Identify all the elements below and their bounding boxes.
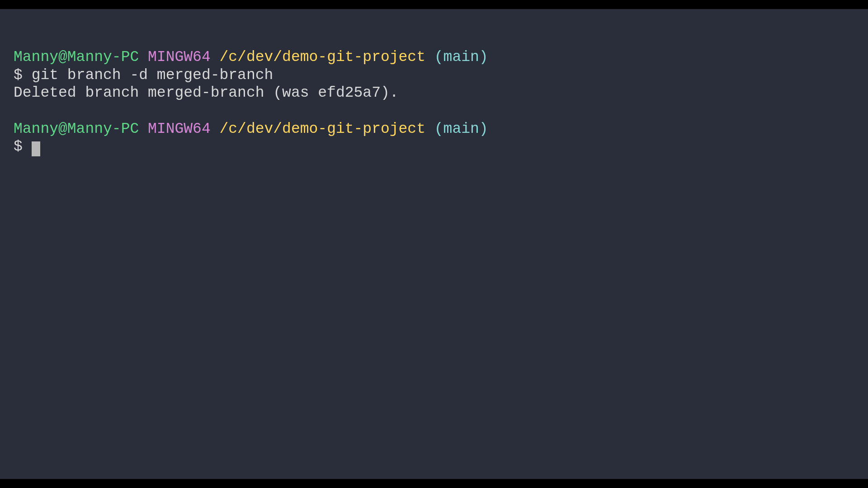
user-host-text: Manny@Manny-PC <box>14 121 139 137</box>
terminal-window[interactable]: Manny@Manny-PC MINGW64 /c/dev/demo-git-p… <box>0 9 868 479</box>
branch-text: (main) <box>434 49 488 66</box>
path-text: /c/dev/demo-git-project <box>220 121 425 137</box>
command-line-1: $ git branch -d merged-branch <box>14 66 854 84</box>
prompt-line-1: Manny@Manny-PC MINGW64 /c/dev/demo-git-p… <box>14 48 854 66</box>
path-text: /c/dev/demo-git-project <box>220 49 425 66</box>
letterbox-bottom <box>0 479 868 488</box>
mingw-text: MINGW64 <box>148 121 211 137</box>
cursor-block <box>32 141 40 156</box>
user-host-text: Manny@Manny-PC <box>14 49 139 66</box>
branch-text: (main) <box>434 121 488 137</box>
prompt-line-2: Manny@Manny-PC MINGW64 /c/dev/demo-git-p… <box>14 120 854 138</box>
blank-line <box>14 102 854 120</box>
command-text: git branch -d merged-branch <box>32 67 274 84</box>
output-line-1: Deleted branch merged-branch (was efd25a… <box>14 84 854 102</box>
command-line-empty: $ <box>14 138 854 156</box>
prompt-symbol: $ <box>14 67 23 84</box>
letterbox-top <box>0 0 868 9</box>
mingw-text: MINGW64 <box>148 49 211 66</box>
prompt-symbol: $ <box>14 138 23 155</box>
